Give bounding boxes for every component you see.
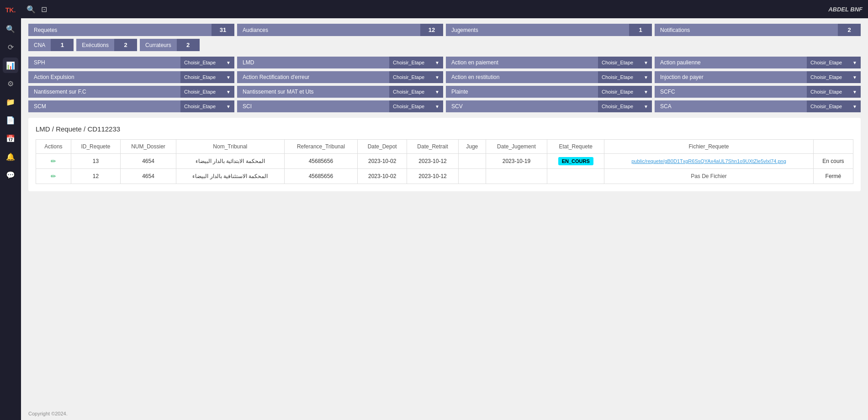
filter-select-4[interactable]: Choisir_Etape ▼ (180, 71, 234, 83)
cell-depot-1: 2023-10-02 (358, 169, 407, 184)
stat-audiances[interactable]: Audiances 12 (237, 24, 443, 36)
filter-label-6: Action en restitution (446, 71, 598, 83)
cell-actions-0[interactable]: ✏ (36, 154, 71, 169)
document-icon[interactable]: 📄 (3, 112, 18, 128)
bar-chart-icon[interactable]: 📊 (3, 58, 18, 73)
content-area: Requetes 31 Audiances 12 Jugements 1 Not… (21, 18, 868, 407)
filter-dropdown-7[interactable]: Choisir_Etape (810, 74, 849, 80)
dropdown-arrow-2: ▼ (644, 60, 648, 65)
edit-icon-0[interactable]: ✏ (51, 158, 56, 165)
topbar: 🔍 ⊡ ABDEL BNF (21, 0, 868, 18)
filter-select-13[interactable]: Choisir_Etape ▼ (389, 100, 443, 112)
filter-grid: SPH Choisir_Etape ▼ LMD Choisir_Etape ▼ … (28, 57, 861, 112)
filter-dropdown-8[interactable]: Choisir_Etape (184, 89, 222, 94)
filter-item-12: SCM Choisir_Etape ▼ (28, 100, 234, 112)
table-row: ✏ 13 4654 المحكمة الابتدائية بالدار البي… (36, 154, 853, 169)
filter-item-9: Nantissement sur MAT et Uts Choisir_Etap… (237, 86, 443, 98)
cell-etat-1 (547, 169, 604, 184)
file-link-0[interactable]: public/requete/gB0D1TxgR6SsQYAx4aUL7Shn1… (631, 158, 786, 164)
filter-select-3[interactable]: Choisir_Etape ▼ (807, 57, 861, 68)
filter-select-1[interactable]: Choisir_Etape ▼ (389, 57, 443, 68)
filter-dropdown-13[interactable]: Choisir_Etape (393, 104, 431, 109)
stat-executions[interactable]: Exécutions 2 (76, 39, 137, 51)
col-nom-tribunal: Nom_Tribunal (176, 140, 284, 154)
stat-notifications[interactable]: Notifications 2 (655, 24, 861, 36)
filter-dropdown-2[interactable]: Choisir_Etape (602, 60, 640, 65)
edit-icon-1[interactable]: ✏ (51, 173, 56, 180)
chat-icon[interactable]: 💬 (3, 167, 18, 183)
filter-select-2[interactable]: Choisir_Etape ▼ (598, 57, 652, 68)
cell-dossier-0: 4654 (121, 154, 176, 169)
filter-dropdown-15[interactable]: Choisir_Etape (810, 104, 849, 109)
gear-icon[interactable]: ⚙ (3, 76, 18, 91)
filter-dropdown-11[interactable]: Choisir_Etape (810, 89, 849, 94)
search-icon[interactable]: 🔍 (3, 21, 18, 37)
stat-currateurs[interactable]: Currateurs 2 (140, 39, 200, 51)
bell-icon[interactable]: 🔔 (3, 149, 18, 164)
stat-requetes[interactable]: Requetes 31 (28, 24, 234, 36)
filter-label-1: LMD (237, 57, 389, 68)
table-header-row: Actions ID_Requete NUM_Dossier Nom_Tribu… (36, 140, 853, 154)
stat-jugements[interactable]: Jugements 1 (446, 24, 652, 36)
cell-retrait-1: 2023-10-12 (407, 169, 459, 184)
app-logo[interactable]: TK. (5, 4, 16, 18)
filter-item-10: Plainte Choisir_Etape ▼ (446, 86, 652, 98)
dropdown-arrow-10: ▼ (644, 89, 648, 94)
filter-dropdown-0[interactable]: Choisir_Etape (184, 60, 222, 65)
col-date-jugement: Date_Jugement (486, 140, 547, 154)
footer: Copyright ©2024. (21, 407, 868, 420)
filter-item-4: Action Expulsion Choisir_Etape ▼ (28, 71, 234, 83)
table-title: LMD / Requete / CD112233 (36, 125, 853, 133)
scan-icon[interactable]: ⊡ (41, 5, 47, 14)
col-actions: Actions (36, 140, 71, 154)
folder-icon[interactable]: 📁 (3, 94, 18, 110)
filter-dropdown-6[interactable]: Choisir_Etape (602, 74, 640, 80)
filter-select-0[interactable]: Choisir_Etape ▼ (180, 57, 234, 68)
filter-dropdown-1[interactable]: Choisir_Etape (393, 60, 431, 65)
stat-cna[interactable]: CNA 1 (28, 39, 74, 51)
filter-dropdown-3[interactable]: Choisir_Etape (810, 60, 849, 65)
stat-audiances-value: 12 (420, 24, 443, 36)
filter-dropdown-14[interactable]: Choisir_Etape (602, 104, 640, 109)
cell-jugement-0: 2023-10-19 (486, 154, 547, 169)
calendar-icon[interactable]: 📅 (3, 131, 18, 146)
status-badge-0: EN_COURS (558, 157, 593, 165)
stat-requetes-value: 31 (212, 24, 234, 36)
filter-label-2: Action en paiement (446, 57, 598, 68)
filter-label-15: SCA (655, 100, 807, 112)
filter-item-1: LMD Choisir_Etape ▼ (237, 57, 443, 68)
dropdown-arrow-11: ▼ (852, 89, 857, 94)
dropdown-arrow-8: ▼ (226, 89, 231, 94)
filter-dropdown-5[interactable]: Choisir_Etape (393, 74, 431, 80)
stat-notifications-value: 2 (838, 24, 861, 36)
filter-select-5[interactable]: Choisir_Etape ▼ (389, 71, 443, 83)
filter-select-9[interactable]: Choisir_Etape ▼ (389, 86, 443, 98)
filter-item-14: SCV Choisir_Etape ▼ (446, 100, 652, 112)
filter-select-8[interactable]: Choisir_Etape ▼ (180, 86, 234, 98)
filter-select-6[interactable]: Choisir_Etape ▼ (598, 71, 652, 83)
no-file-1: Pas De Fichier (691, 173, 727, 179)
filter-select-14[interactable]: Choisir_Etape ▼ (598, 100, 652, 112)
stats-row-1: Requetes 31 Audiances 12 Jugements 1 Not… (28, 24, 861, 36)
stat-executions-value: 2 (114, 39, 137, 51)
stat-currateurs-label: Currateurs (140, 39, 177, 51)
filter-label-12: SCM (28, 100, 180, 112)
cell-extra-0: En cours (813, 154, 853, 169)
stat-cna-value: 1 (51, 39, 74, 51)
dropdown-arrow-15: ▼ (852, 104, 857, 109)
filter-select-11[interactable]: Choisir_Etape ▼ (807, 86, 861, 98)
filter-select-12[interactable]: Choisir_Etape ▼ (180, 100, 234, 112)
filter-label-10: Plainte (446, 86, 598, 98)
search-topbar-icon[interactable]: 🔍 (26, 5, 36, 14)
filter-select-7[interactable]: Choisir_Etape ▼ (807, 71, 861, 83)
refresh-icon[interactable]: ⟳ (3, 39, 18, 55)
filter-dropdown-12[interactable]: Choisir_Etape (184, 104, 222, 109)
cell-jugement-1 (486, 169, 547, 184)
cell-actions-1[interactable]: ✏ (36, 169, 71, 184)
filter-dropdown-10[interactable]: Choisir_Etape (602, 89, 640, 94)
filter-select-15[interactable]: Choisir_Etape ▼ (807, 100, 861, 112)
filter-dropdown-9[interactable]: Choisir_Etape (393, 89, 431, 94)
filter-dropdown-4[interactable]: Choisir_Etape (184, 74, 222, 80)
filter-select-10[interactable]: Choisir_Etape ▼ (598, 86, 652, 98)
cell-fichier-0: public/requete/gB0D1TxgR6SsQYAx4aUL7Shn1… (604, 154, 814, 169)
